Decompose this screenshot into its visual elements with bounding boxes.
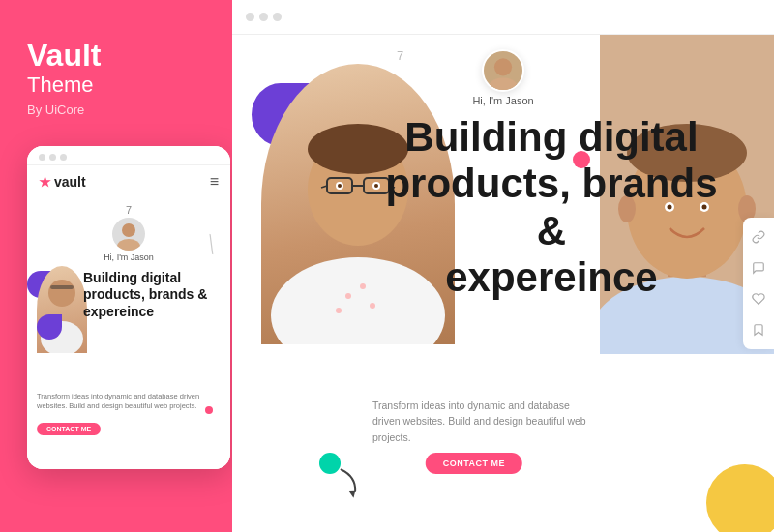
headline-line1: Building digital xyxy=(404,114,698,160)
mobile-logo-text: vault xyxy=(54,174,86,190)
browser-bar xyxy=(232,0,774,35)
svg-point-9 xyxy=(370,303,375,309)
svg-point-7 xyxy=(360,283,366,289)
svg-point-0 xyxy=(122,223,135,237)
mobile-pink-dot xyxy=(205,406,213,414)
svg-point-19 xyxy=(338,184,342,188)
left-panel: Vault Theme By UiCore ★ vault ≡ 7 xyxy=(0,0,232,532)
mobile-mockup: ★ vault ≡ 7 ╲ xyxy=(27,146,230,469)
site-preview: 7 ╲ xyxy=(232,35,774,532)
mobile-dots xyxy=(39,154,67,161)
deco-number: 7 xyxy=(397,48,403,63)
browser-content: 7 ╲ xyxy=(232,35,774,532)
browser-dot-3 xyxy=(273,13,282,21)
right-panel: 7 ╲ xyxy=(232,0,774,532)
site-subtext: Transform ideas into dynamic and databas… xyxy=(372,398,595,445)
browser-dot-2 xyxy=(259,13,268,21)
mobile-dot-2 xyxy=(49,154,56,161)
mobile-contact-button[interactable]: CONTACT ME xyxy=(37,423,101,435)
svg-point-1 xyxy=(117,239,140,251)
site-contact-button[interactable]: CONTACT ME xyxy=(426,453,522,474)
mobile-dot-3 xyxy=(60,154,67,161)
svg-point-6 xyxy=(345,293,351,299)
brand-by: By UiCore xyxy=(27,103,84,117)
svg-point-8 xyxy=(336,308,342,313)
svg-point-2 xyxy=(48,280,75,307)
brand-title: Vault xyxy=(27,39,101,73)
svg-rect-3 xyxy=(50,285,74,289)
mobile-nav: ★ vault ≡ xyxy=(27,165,230,198)
site-avatar xyxy=(482,49,524,92)
svg-point-34 xyxy=(489,77,517,92)
mobile-hi-text: Hi, I'm Jason xyxy=(37,252,221,262)
mobile-hero-photo xyxy=(37,266,87,353)
mobile-content: 7 ╲ Hi, I'm Jason xyxy=(27,198,230,469)
bookmark-icon[interactable] xyxy=(749,320,768,340)
mobile-hero-area: ╲ Hi, I'm Jason xyxy=(27,218,230,443)
mobile-avatar-wrap xyxy=(37,218,221,251)
mobile-blob-purple-2 xyxy=(37,314,62,340)
headline-line2: products, brands & xyxy=(385,161,717,252)
mobile-number: 7 xyxy=(27,198,230,218)
mobile-hero-heading: Building digital products, brands & expe… xyxy=(83,270,221,321)
mobile-hamburger-icon[interactable]: ≡ xyxy=(210,173,219,191)
deco-yellow-circle xyxy=(706,464,774,532)
mobile-text-area: Building digital products, brands & expe… xyxy=(83,266,221,327)
mobile-avatar xyxy=(112,218,145,251)
browser-dots xyxy=(246,13,282,21)
mobile-logo: ★ vault xyxy=(39,174,86,190)
site-hi-text: Hi, I'm Jason xyxy=(472,95,533,106)
mobile-tagline: Transform ideas into dynamic and databas… xyxy=(37,392,221,412)
browser-dot-1 xyxy=(246,13,254,21)
headline-line3: expereince xyxy=(445,254,657,300)
heart-icon[interactable] xyxy=(749,289,768,309)
svg-point-33 xyxy=(494,58,512,75)
sidebar-icons-panel xyxy=(743,218,774,349)
site-headline: Building digital products, brands & expe… xyxy=(368,114,735,301)
message-icon[interactable] xyxy=(749,258,768,278)
link-icon[interactable] xyxy=(749,227,768,247)
mobile-star-icon: ★ xyxy=(39,174,51,190)
brand-subtitle: Theme xyxy=(27,73,93,98)
mobile-dot-1 xyxy=(39,154,45,161)
mobile-top-bar xyxy=(27,146,230,165)
